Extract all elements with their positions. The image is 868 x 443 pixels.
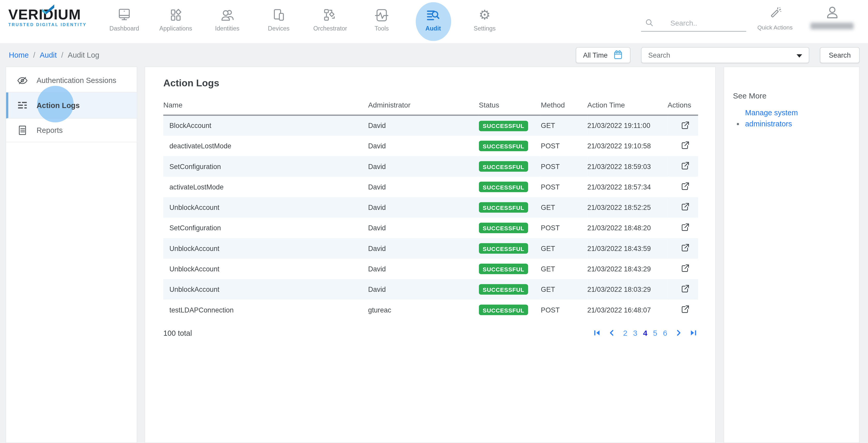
eye-off-icon	[17, 75, 28, 86]
pagination-page-4[interactable]: 4	[643, 328, 648, 337]
open-log-details-button[interactable]	[680, 140, 690, 150]
nav-item-devices[interactable]: Devices	[253, 3, 304, 40]
chevron-down-icon	[797, 54, 802, 58]
user-icon	[825, 5, 840, 20]
pagination-last-button[interactable]	[690, 329, 697, 336]
user-menu[interactable]	[808, 5, 856, 29]
open-log-details-button[interactable]	[680, 181, 690, 191]
nav-item-identities[interactable]: Identities	[202, 3, 253, 40]
cell-actions	[668, 218, 698, 238]
search-submit-button[interactable]: Search	[820, 47, 860, 63]
see-more-list: Manage system administrators	[733, 108, 850, 129]
open-log-details-button[interactable]	[680, 243, 690, 253]
sidebar-item-label: Reports	[36, 126, 63, 134]
pagination-first-button[interactable]	[593, 329, 601, 336]
table-row: UnblockAccountDavidSUCCESSFULGET21/03/20…	[163, 238, 698, 259]
column-header-status: Status	[479, 96, 541, 115]
sidebar-item-action-logs[interactable]: Action Logs	[6, 92, 137, 119]
sidebar-item-label: Authentication Sessions	[36, 76, 116, 85]
column-header-name[interactable]: Name	[163, 96, 368, 115]
nav-item-applications[interactable]: Applications	[150, 3, 202, 40]
cell-method: POST	[541, 156, 587, 177]
settings-icon: ⚙	[479, 6, 491, 24]
pagination-page-3[interactable]: 3	[633, 328, 638, 337]
cell-action-time: 21/03/2022 18:52:25	[587, 197, 668, 218]
cell-status: SUCCESSFUL	[479, 300, 541, 320]
open-log-details-button[interactable]	[680, 304, 690, 314]
cell-actions	[668, 238, 698, 259]
cell-administrator: David	[368, 259, 479, 279]
brand-logo[interactable]: VERIDIUM TRUSTED DIGITAL IDENTITY	[8, 7, 97, 27]
sidebar-item-authentication-sessions[interactable]: Authentication Sessions	[6, 69, 137, 92]
open-log-details-button[interactable]	[680, 284, 690, 294]
table-row: deactivateLostModeDavidSUCCESSFULPOST21/…	[163, 136, 698, 156]
cell-method: POST	[541, 136, 587, 156]
nav-item-tools[interactable]: Tools	[356, 3, 407, 40]
cell-administrator: David	[368, 218, 479, 238]
open-log-details-button[interactable]	[680, 263, 690, 273]
table-row: UnblockAccountDavidSUCCESSFULGET21/03/20…	[163, 259, 698, 279]
cell-action-time: 21/03/2022 18:59:03	[587, 156, 668, 177]
table-row: SetConfigurationDavidSUCCESSFULPOST21/03…	[163, 156, 698, 177]
cell-actions	[668, 279, 698, 300]
search-field-select[interactable]: Search	[641, 47, 809, 63]
table-row: UnblockAccountDavidSUCCESSFULGET21/03/20…	[163, 279, 698, 300]
nav-item-settings[interactable]: ⚙Settings	[459, 3, 510, 40]
nav-item-dashboard[interactable]: Dashboard	[98, 3, 150, 40]
see-more-title: See More	[733, 91, 850, 100]
total-count-label: 100 total	[163, 329, 192, 337]
primary-nav: DashboardApplicationsIdentitiesDevicesOr…	[98, 3, 510, 40]
sidebar-item-label: Action Logs	[36, 101, 80, 109]
time-range-label: All Time	[583, 51, 608, 59]
table-body: BlockAccountDavidSUCCESSFULGET21/03/2022…	[163, 115, 698, 320]
applications-icon	[168, 6, 183, 24]
status-badge: SUCCESSFUL	[479, 141, 528, 151]
cell-actions	[668, 115, 698, 136]
pagination-page-6[interactable]: 6	[663, 328, 668, 337]
cell-method: GET	[541, 115, 587, 136]
cell-administrator: David	[368, 156, 479, 177]
cell-action-time: 21/03/2022 16:48:07	[587, 300, 668, 320]
pagination-prev-button[interactable]	[609, 329, 615, 336]
column-header-action-time[interactable]: Action Time	[587, 96, 668, 115]
pagination-next-button[interactable]	[675, 329, 682, 336]
sidebar-item-reports[interactable]: Reports	[6, 119, 137, 142]
cell-status: SUCCESSFUL	[479, 177, 541, 197]
cell-name: UnblockAccount	[163, 238, 368, 259]
quick-actions-button[interactable]: Quick Actions	[756, 6, 794, 30]
cell-administrator: David	[368, 136, 479, 156]
cell-status: SUCCESSFUL	[479, 197, 541, 218]
pagination-page-5[interactable]: 5	[653, 328, 657, 337]
open-log-details-button[interactable]	[680, 160, 690, 171]
page-title: Action Logs	[163, 78, 715, 89]
cell-method: GET	[541, 197, 587, 218]
column-header-actions: Actions	[668, 96, 698, 115]
breadcrumb-home-link[interactable]: Home	[9, 51, 29, 59]
breadcrumb-audit-link[interactable]: Audit	[40, 51, 57, 59]
table-header-row: Name Administrator Status Method Action …	[163, 96, 698, 115]
status-badge: SUCCESSFUL	[479, 305, 528, 315]
manage-system-administrators-link[interactable]: Manage system administrators	[745, 108, 810, 129]
column-header-method[interactable]: Method	[541, 96, 587, 115]
open-log-details-button[interactable]	[680, 120, 690, 130]
action-logs-table: Name Administrator Status Method Action …	[163, 96, 698, 320]
nav-item-label: Orchestrator	[313, 25, 347, 32]
status-badge: SUCCESSFUL	[479, 284, 528, 295]
time-range-button[interactable]: All Time	[576, 47, 630, 63]
status-badge: SUCCESSFUL	[479, 264, 528, 274]
global-search-input[interactable]: Search..	[641, 14, 746, 32]
nav-item-label: Identities	[215, 25, 239, 32]
table-footer: 100 total 23456	[163, 328, 697, 337]
cell-name: UnblockAccount	[163, 279, 368, 300]
open-log-details-button[interactable]	[680, 222, 690, 232]
cell-action-time: 21/03/2022 18:48:20	[587, 218, 668, 238]
top-bar: VERIDIUM TRUSTED DIGITAL IDENTITY Dashbo…	[0, 0, 868, 43]
column-header-administrator[interactable]: Administrator	[368, 96, 479, 115]
cell-status: SUCCESSFUL	[479, 279, 541, 300]
open-log-details-button[interactable]	[680, 202, 690, 212]
pagination-page-2[interactable]: 2	[623, 328, 628, 337]
nav-item-orchestrator[interactable]: Orchestrator	[305, 3, 356, 40]
nav-item-audit[interactable]: Audit	[407, 3, 459, 40]
cell-status: SUCCESSFUL	[479, 218, 541, 238]
magic-wand-icon	[768, 6, 782, 20]
